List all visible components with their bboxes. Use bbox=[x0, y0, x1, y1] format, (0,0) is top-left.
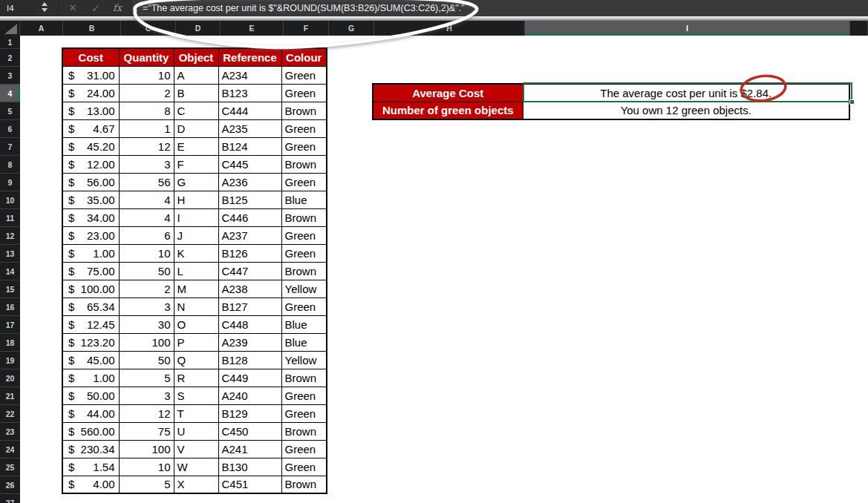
column-header-stub[interactable] bbox=[850, 21, 868, 36]
quantity-cell[interactable]: 4 bbox=[119, 191, 174, 208]
cost-cell[interactable]: $45.20 bbox=[62, 137, 119, 155]
sheet-canvas[interactable]: CostQuantityObjectReferenceColour$31.001… bbox=[20, 36, 868, 503]
object-cell[interactable]: J bbox=[174, 226, 218, 244]
quantity-cell[interactable]: 2 bbox=[119, 280, 174, 297]
quantity-cell[interactable]: 2 bbox=[119, 84, 174, 102]
reference-cell[interactable]: B125 bbox=[218, 191, 281, 208]
colour-cell[interactable]: Brown bbox=[281, 102, 327, 119]
reference-cell[interactable]: B126 bbox=[218, 244, 281, 262]
row-header-23[interactable]: 23 bbox=[0, 423, 20, 441]
cancel-icon[interactable]: ✕ bbox=[65, 0, 80, 16]
quantity-cell[interactable]: 6 bbox=[119, 226, 174, 244]
column-header-I[interactable]: I bbox=[525, 21, 850, 36]
quantity-cell[interactable]: 8 bbox=[119, 102, 174, 119]
colour-cell[interactable]: Green bbox=[281, 440, 327, 458]
colour-cell[interactable]: Green bbox=[281, 458, 327, 476]
colour-cell[interactable]: Green bbox=[281, 297, 327, 315]
reference-cell[interactable]: C450 bbox=[218, 422, 281, 440]
quantity-cell[interactable]: 4 bbox=[119, 208, 174, 226]
cost-cell[interactable]: $65.34 bbox=[62, 297, 119, 315]
reference-cell[interactable]: C445 bbox=[218, 155, 281, 173]
colour-cell[interactable]: Green bbox=[281, 404, 327, 422]
data-table-header[interactable]: Cost bbox=[62, 48, 119, 66]
cost-cell[interactable]: $45.00 bbox=[62, 351, 119, 369]
data-table-header[interactable]: Colour bbox=[281, 48, 327, 66]
reference-cell[interactable]: C447 bbox=[218, 262, 281, 280]
reference-cell[interactable]: B124 bbox=[218, 137, 281, 155]
object-cell[interactable]: K bbox=[174, 244, 218, 262]
cost-cell[interactable]: $75.00 bbox=[62, 262, 119, 280]
row-header-21[interactable]: 21 bbox=[0, 387, 20, 405]
object-cell[interactable]: H bbox=[174, 191, 218, 208]
cost-cell[interactable]: $23.00 bbox=[62, 226, 119, 244]
object-cell[interactable]: I bbox=[174, 208, 218, 226]
row-header-14[interactable]: 14 bbox=[0, 263, 20, 280]
colour-cell[interactable]: Green bbox=[281, 84, 327, 102]
reference-cell[interactable]: B123 bbox=[218, 84, 281, 102]
cost-cell[interactable]: $56.00 bbox=[62, 173, 119, 191]
object-cell[interactable]: W bbox=[174, 458, 218, 476]
column-header-F[interactable]: F bbox=[284, 21, 329, 36]
row-header-19[interactable]: 19 bbox=[0, 352, 20, 369]
summary-value-cell[interactable]: The average cost per unit is $2.84. bbox=[523, 84, 849, 102]
row-header-25[interactable]: 25 bbox=[0, 458, 20, 476]
object-cell[interactable]: X bbox=[174, 476, 218, 493]
name-box-spinner[interactable] bbox=[42, 2, 49, 14]
column-header-C[interactable]: C bbox=[121, 21, 176, 36]
colour-cell[interactable]: Brown bbox=[281, 155, 327, 173]
row-header-24[interactable]: 24 bbox=[0, 441, 20, 458]
cost-cell[interactable]: $123.20 bbox=[62, 333, 119, 351]
quantity-cell[interactable]: 12 bbox=[119, 137, 174, 155]
colour-cell[interactable]: Brown bbox=[281, 422, 327, 440]
row-header-9[interactable]: 9 bbox=[0, 174, 20, 191]
cost-cell[interactable]: $100.00 bbox=[62, 280, 119, 297]
object-cell[interactable]: N bbox=[174, 297, 218, 315]
data-table-header[interactable]: Object bbox=[174, 48, 218, 66]
quantity-cell[interactable]: 100 bbox=[119, 333, 174, 351]
object-cell[interactable]: R bbox=[174, 369, 218, 387]
cost-cell[interactable]: $560.00 bbox=[62, 422, 119, 440]
reference-cell[interactable]: B129 bbox=[218, 404, 281, 422]
colour-cell[interactable]: Green bbox=[281, 173, 327, 191]
reference-cell[interactable]: B130 bbox=[218, 458, 281, 476]
object-cell[interactable]: O bbox=[174, 315, 218, 333]
colour-cell[interactable]: Blue bbox=[281, 315, 327, 333]
summary-value-cell[interactable]: You own 12 green objects. bbox=[523, 102, 849, 119]
object-cell[interactable]: A bbox=[174, 66, 218, 84]
row-header-27[interactable]: 27 bbox=[0, 494, 20, 503]
cost-cell[interactable]: $44.00 bbox=[62, 404, 119, 422]
cost-cell[interactable]: $24.00 bbox=[62, 84, 119, 102]
reference-cell[interactable]: C444 bbox=[218, 102, 281, 119]
reference-cell[interactable]: A240 bbox=[218, 387, 281, 404]
cost-cell[interactable]: $50.00 bbox=[62, 387, 119, 404]
row-header-5[interactable]: 5 bbox=[0, 102, 20, 120]
data-table-header[interactable]: Reference bbox=[218, 48, 281, 66]
quantity-cell[interactable]: 1 bbox=[119, 119, 174, 137]
object-cell[interactable]: P bbox=[174, 333, 218, 351]
quantity-cell[interactable]: 5 bbox=[119, 476, 174, 493]
row-header-2[interactable]: 2 bbox=[0, 49, 20, 67]
quantity-cell[interactable]: 5 bbox=[119, 369, 174, 387]
select-all-corner[interactable] bbox=[0, 21, 20, 36]
object-cell[interactable]: V bbox=[174, 440, 218, 458]
spinner-up-icon[interactable] bbox=[42, 2, 48, 6]
enter-icon[interactable]: ✓ bbox=[88, 0, 104, 16]
reference-cell[interactable]: A236 bbox=[218, 173, 281, 191]
colour-cell[interactable]: Blue bbox=[281, 333, 327, 351]
cost-cell[interactable]: $1.54 bbox=[62, 458, 119, 476]
colour-cell[interactable]: Brown bbox=[281, 262, 327, 280]
row-header-22[interactable]: 22 bbox=[0, 405, 20, 423]
row-header-17[interactable]: 17 bbox=[0, 316, 20, 334]
cost-cell[interactable]: $31.00 bbox=[62, 66, 119, 84]
object-cell[interactable]: U bbox=[174, 422, 218, 440]
reference-cell[interactable]: C446 bbox=[218, 208, 281, 226]
quantity-cell[interactable]: 3 bbox=[119, 387, 174, 404]
object-cell[interactable]: G bbox=[174, 173, 218, 191]
colour-cell[interactable]: Yellow bbox=[281, 351, 327, 369]
data-table-header[interactable]: Quantity bbox=[119, 48, 174, 66]
fill-handle[interactable] bbox=[849, 99, 855, 105]
object-cell[interactable]: D bbox=[174, 119, 218, 137]
quantity-cell[interactable]: 3 bbox=[119, 155, 174, 173]
quantity-cell[interactable]: 56 bbox=[119, 173, 174, 191]
cost-cell[interactable]: $1.00 bbox=[62, 369, 119, 387]
